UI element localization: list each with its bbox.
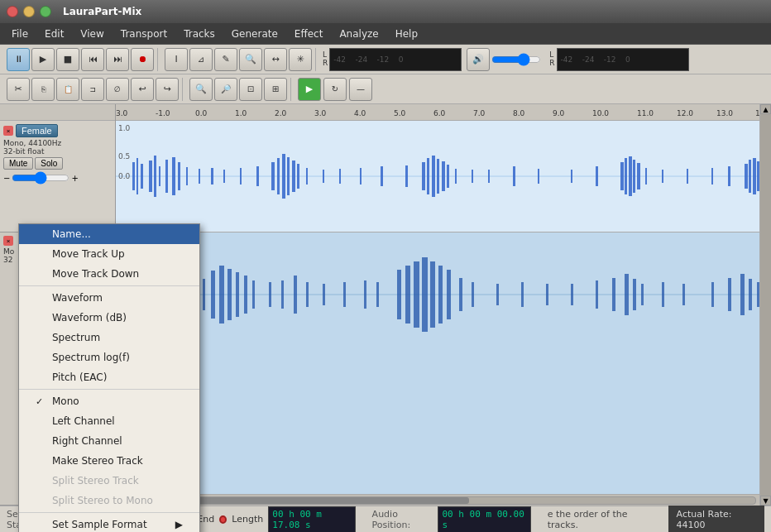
- cm-name[interactable]: Name...: [19, 224, 199, 244]
- svg-rect-34: [271, 162, 275, 190]
- loop-button[interactable]: ↻: [323, 78, 347, 101]
- scrollbar-track[interactable]: [119, 496, 756, 505]
- horizontal-scrollbar[interactable]: [116, 494, 759, 506]
- track-name-button[interactable]: Female: [16, 124, 58, 137]
- ruler-svg: 3.0 -1.0 0.0 1.0 2.0 3.0 4.0 5.0 6.0 7.0…: [116, 104, 759, 120]
- cm-waveform-db[interactable]: Waveform (dB): [19, 308, 199, 328]
- pause-button[interactable]: ⏸: [7, 48, 30, 71]
- svg-rect-72: [757, 161, 759, 191]
- waveform-tracks: 1.0 0.5 0.0: [116, 121, 759, 494]
- time-shift-tool[interactable]: ↔: [264, 48, 287, 71]
- copy-button[interactable]: ⎘: [31, 78, 55, 101]
- zoom-tool[interactable]: 🔍: [239, 48, 262, 71]
- track-close-button[interactable]: ×: [3, 126, 13, 136]
- prev-button[interactable]: ⏮: [81, 48, 104, 71]
- play-button[interactable]: ▶: [31, 48, 55, 71]
- close-button[interactable]: [7, 6, 18, 17]
- svg-rect-24: [159, 166, 160, 186]
- svg-rect-70: [749, 160, 751, 193]
- next-button[interactable]: ⏭: [106, 48, 129, 71]
- scroll-up-button[interactable]: ▲: [760, 104, 771, 114]
- draw-tool[interactable]: ✎: [214, 48, 237, 71]
- waveform-upper-svg: 1.0 0.5 0.0: [116, 121, 759, 232]
- menu-transport[interactable]: Transport: [113, 26, 175, 41]
- solo-button[interactable]: Solo: [35, 157, 63, 170]
- fit-button[interactable]: ⊡: [239, 78, 262, 101]
- cm-waveform[interactable]: Waveform: [19, 288, 199, 308]
- svg-rect-39: [297, 164, 299, 189]
- edit-group: ✂ ⎘ 📋 ⊐ ∅ ↩ ↪: [3, 78, 183, 101]
- svg-text:12.0: 12.0: [677, 109, 693, 117]
- svg-rect-58: [596, 166, 598, 186]
- menu-file[interactable]: File: [3, 26, 36, 41]
- svg-rect-19: [132, 162, 135, 190]
- stop-button[interactable]: ■: [56, 48, 79, 71]
- menu-effect[interactable]: Effect: [286, 26, 332, 41]
- length-radio[interactable]: [219, 515, 227, 524]
- svg-rect-25: [165, 160, 168, 193]
- menu-tracks[interactable]: Tracks: [175, 26, 223, 41]
- svg-rect-117: [625, 274, 629, 315]
- multi-tool[interactable]: ✳: [289, 48, 312, 71]
- zoom-in-button[interactable]: 🔍: [189, 78, 213, 101]
- silence-button[interactable]: ∅: [106, 78, 129, 101]
- svg-rect-123: [728, 278, 731, 311]
- cm-move-down[interactable]: Move Track Down: [19, 264, 199, 284]
- scroll-down-button[interactable]: ▼: [760, 496, 771, 506]
- svg-rect-64: [645, 168, 647, 185]
- cm-pitch[interactable]: Pitch (EAC): [19, 367, 199, 387]
- svg-text:0.5: 0.5: [118, 152, 130, 161]
- track-close-button-2[interactable]: ×: [3, 236, 13, 246]
- waveform-upper[interactable]: 1.0 0.5 0.0: [116, 121, 759, 232]
- audio-position-value: 00 h 00 m 00.00 s: [438, 506, 530, 533]
- envelope-tool[interactable]: ⊿: [189, 48, 213, 71]
- cm-mono[interactable]: ✓ Mono: [19, 391, 199, 411]
- undo-button[interactable]: ↩: [131, 78, 154, 101]
- length-label: Length: [232, 514, 263, 525]
- ruler-content: 3.0 -1.0 0.0 1.0 2.0 3.0 4.0 5.0 6.0 7.0…: [116, 104, 759, 120]
- silent-button[interactable]: —: [349, 78, 372, 101]
- maximize-button[interactable]: [40, 6, 51, 17]
- audio-position-label: Audio Position:: [372, 509, 433, 530]
- svg-rect-68: [728, 166, 730, 186]
- zoom-out-button[interactable]: 🔎: [214, 78, 237, 101]
- svg-rect-121: [682, 284, 685, 305]
- cut-button[interactable]: ✂: [7, 78, 30, 101]
- cm-spectrum-log[interactable]: Spectrum log(f): [19, 347, 199, 367]
- svg-rect-55: [513, 166, 515, 186]
- svg-rect-112: [521, 282, 524, 307]
- cm-set-sample[interactable]: Set Sample Format ▶: [19, 515, 199, 532]
- svg-rect-22: [149, 161, 152, 192]
- svg-rect-106: [430, 261, 435, 328]
- cm-spectrum[interactable]: Spectrum: [19, 328, 199, 347]
- menu-analyze[interactable]: Analyze: [331, 26, 386, 41]
- paste-button[interactable]: 📋: [56, 78, 79, 101]
- cm-right-channel[interactable]: Right Channel: [19, 431, 199, 451]
- menu-view[interactable]: View: [72, 26, 112, 41]
- svg-text:1.0: 1.0: [235, 109, 247, 117]
- redo-button[interactable]: ↪: [156, 78, 179, 101]
- waveform-lower[interactable]: 1.0 0.5 0.0: [116, 232, 759, 494]
- scroll-thumb[interactable]: [760, 114, 771, 496]
- select-tool[interactable]: I: [165, 48, 188, 71]
- mute-button[interactable]: Mute: [3, 157, 33, 170]
- zoom-sel-button[interactable]: ⊞: [264, 78, 287, 101]
- record-button[interactable]: ⏺: [131, 48, 154, 71]
- menu-edit[interactable]: Edit: [36, 26, 72, 41]
- cm-move-up[interactable]: Move Track Up: [19, 244, 199, 264]
- cm-make-stereo[interactable]: Make Stereo Track: [19, 451, 199, 471]
- minimize-button[interactable]: [23, 6, 35, 17]
- menu-help[interactable]: Help: [387, 26, 426, 41]
- menu-generate[interactable]: Generate: [223, 26, 286, 41]
- vu-meter-right: -42 -24 -12 0: [557, 48, 689, 71]
- trim-button[interactable]: ⊐: [81, 78, 104, 101]
- play-green-button[interactable]: ▶: [298, 78, 321, 101]
- vertical-scrollbar[interactable]: ▲ ▼: [759, 104, 771, 506]
- vu-meter-left: -42 -24 -12 0: [329, 48, 462, 71]
- cm-left-channel[interactable]: Left Channel: [19, 411, 199, 431]
- track-right-area: 3.0 -1.0 0.0 1.0 2.0 3.0 4.0 5.0 6.0 7.0…: [116, 104, 759, 506]
- svg-rect-71: [753, 158, 756, 194]
- actual-rate: Actual Rate: 44100: [668, 506, 764, 533]
- gain-slider[interactable]: [12, 173, 69, 183]
- volume-slider[interactable]: [491, 54, 541, 65]
